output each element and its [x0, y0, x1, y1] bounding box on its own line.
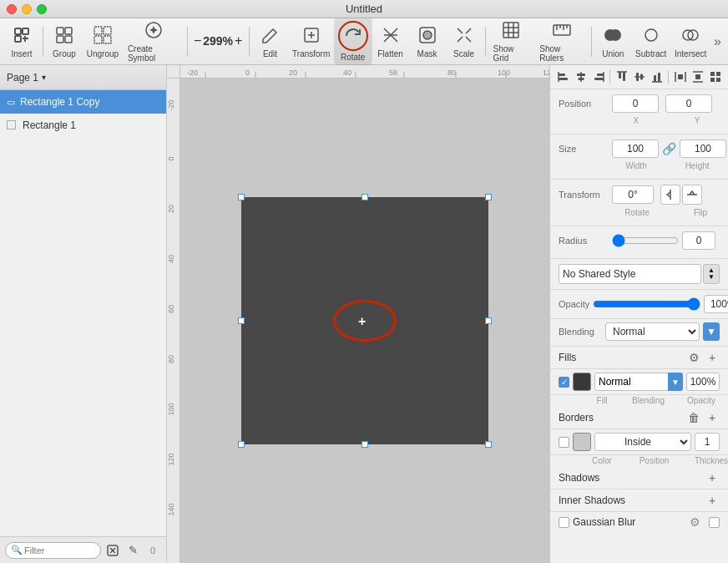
fills-add-button[interactable]: +	[705, 350, 720, 365]
flatten-button[interactable]: Flatten	[372, 22, 409, 62]
svg-rect-85	[710, 72, 715, 76]
width-input[interactable]	[612, 139, 659, 158]
border-position-select[interactable]: Inside Outside Center	[594, 433, 691, 451]
svg-rect-88	[716, 78, 720, 82]
fill-opacity-input[interactable]	[686, 373, 720, 391]
ungroup-button[interactable]: Ungroup	[83, 22, 123, 62]
fill-color-swatch[interactable]	[573, 373, 591, 391]
transform-label: Transform	[292, 49, 330, 58]
fill-mode-arrow[interactable]: ▼	[668, 373, 683, 391]
radius-slider[interactable]	[612, 234, 679, 247]
svg-text:60: 60	[167, 305, 175, 313]
window-controls[interactable]	[7, 4, 47, 14]
page-header[interactable]: Page 1 ▾	[0, 65, 166, 90]
gaussian-blur-settings-icon[interactable]: ⚙	[690, 515, 700, 529]
blending-dropdown-arrow[interactable]: ▼	[703, 322, 720, 341]
border-color-swatch[interactable]	[573, 433, 591, 451]
svg-rect-78	[658, 73, 660, 82]
gaussian-blur-value-checkbox[interactable]	[709, 517, 720, 528]
borders-trash-button[interactable]: 🗑	[686, 410, 701, 425]
show-grid-button[interactable]: Show Grid	[488, 17, 535, 66]
handle-tr[interactable]	[485, 194, 492, 200]
align-bottom-button[interactable]	[649, 68, 665, 85]
fill-mode-select[interactable]: Normal	[594, 373, 671, 391]
subtract-button[interactable]: Subtract	[631, 22, 670, 62]
svg-text:58: 58	[389, 68, 397, 77]
align-pixel-button[interactable]	[707, 68, 723, 85]
align-center-h-button[interactable]	[573, 68, 589, 85]
window-title: Untitled	[346, 3, 382, 15]
opacity-label: Opacity	[559, 299, 589, 309]
layer-item-rect-copy[interactable]: ▭ Rectangle 1 Copy	[0, 90, 166, 114]
opacity-input[interactable]	[704, 295, 728, 313]
y-label: Y	[675, 116, 720, 125]
handle-bl[interactable]	[238, 441, 245, 448]
search-input[interactable]	[24, 545, 95, 555]
fills-settings-button[interactable]: ⚙	[686, 350, 701, 365]
align-left-button[interactable]	[555, 68, 571, 85]
flip-v-button[interactable]	[682, 185, 702, 205]
distribute-h-button[interactable]	[672, 68, 688, 85]
handle-bm[interactable]	[361, 441, 368, 448]
mask-button[interactable]: Mask	[409, 22, 446, 62]
search-wrapper[interactable]: 🔍	[5, 542, 101, 559]
handle-tl[interactable]	[238, 194, 245, 200]
svg-text:20: 20	[167, 205, 175, 213]
edit-layer-button[interactable]: ✎	[124, 542, 141, 559]
shared-style-arrows[interactable]: ▲ ▼	[703, 264, 720, 284]
fill-enabled-checkbox[interactable]: ✓	[559, 377, 569, 388]
create-symbol-button[interactable]: Create Symbol	[123, 17, 185, 66]
handle-mr[interactable]	[485, 317, 492, 324]
add-layer-button[interactable]	[104, 542, 121, 559]
handle-ml[interactable]	[238, 317, 245, 324]
handle-tm[interactable]	[361, 194, 368, 200]
blending-select[interactable]: Normal Multiply Screen	[605, 322, 700, 341]
gaussian-blur-row: Gaussian Blur ⚙	[550, 512, 728, 534]
canvas-bg[interactable]: +	[180, 79, 549, 563]
gaussian-blur-checkbox[interactable]	[559, 517, 569, 528]
more-button[interactable]: »	[710, 31, 725, 53]
transform-button[interactable]: Transform	[289, 22, 334, 62]
shadows-add-button[interactable]: +	[705, 470, 720, 485]
union-button[interactable]: Union	[594, 22, 631, 62]
group-button[interactable]: Group	[46, 22, 83, 62]
close-button[interactable]	[7, 4, 17, 14]
radius-input[interactable]	[682, 231, 715, 250]
shared-style-select[interactable]: No Shared Style	[559, 264, 701, 284]
page-arrow-icon: ▾	[42, 73, 46, 82]
border-thickness-input[interactable]	[695, 433, 720, 451]
border-enabled-checkbox[interactable]	[559, 437, 569, 448]
distribute-v-button[interactable]	[690, 68, 705, 85]
rotate-input[interactable]	[612, 185, 654, 204]
edit-button[interactable]: Edit	[252, 22, 289, 62]
flip-h-button[interactable]	[660, 185, 680, 205]
handle-br[interactable]	[485, 441, 492, 448]
intersect-button[interactable]: Intersect	[670, 22, 710, 62]
show-rulers-button[interactable]: Show Rulers	[534, 17, 589, 66]
height-input[interactable]	[680, 139, 726, 158]
mask-label: Mask	[417, 49, 437, 58]
inner-shadows-add-button[interactable]: +	[705, 493, 720, 508]
svg-rect-5	[57, 28, 63, 34]
scale-button[interactable]: Scale	[446, 22, 483, 62]
opacity-slider[interactable]	[593, 297, 700, 311]
layer-item-rect[interactable]: Rectangle 1	[0, 114, 166, 137]
align-top-button[interactable]	[614, 68, 629, 85]
flip-label: Flip	[684, 208, 717, 217]
x-input[interactable]	[612, 94, 659, 113]
rotate-button[interactable]: Rotate	[334, 18, 372, 65]
position-section: Position X Y	[550, 89, 728, 134]
svg-rect-69	[594, 78, 604, 80]
maximize-button[interactable]	[37, 4, 47, 14]
borders-add-button[interactable]: +	[705, 410, 720, 425]
lock-aspect-icon[interactable]: 🔗	[662, 142, 676, 155]
align-middle-v-button[interactable]	[631, 68, 647, 85]
minimize-button[interactable]	[22, 4, 32, 14]
y-input[interactable]	[665, 94, 712, 113]
scale-label: Scale	[453, 49, 474, 58]
align-right-button[interactable]	[590, 68, 606, 85]
x-label: X	[614, 116, 659, 125]
svg-rect-86	[716, 72, 720, 76]
dark-rectangle[interactable]: +	[241, 197, 488, 444]
insert-button[interactable]: Insert	[3, 22, 40, 62]
